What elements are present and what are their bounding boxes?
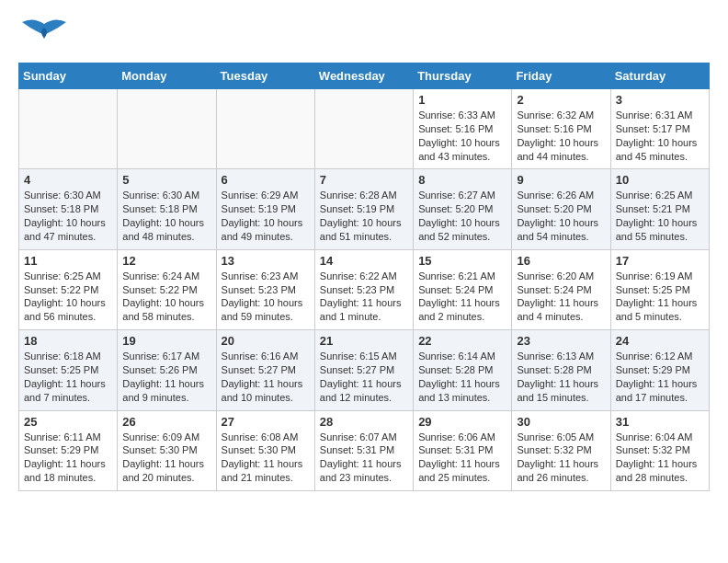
calendar-cell	[216, 89, 314, 169]
calendar-cell: 10Sunrise: 6:25 AM Sunset: 5:21 PM Dayli…	[610, 169, 709, 249]
week-row-1: 1Sunrise: 6:33 AM Sunset: 5:16 PM Daylig…	[19, 89, 710, 169]
calendar-cell: 31Sunrise: 6:04 AM Sunset: 5:32 PM Dayli…	[610, 410, 709, 490]
calendar-cell: 30Sunrise: 6:05 AM Sunset: 5:32 PM Dayli…	[512, 410, 610, 490]
cell-content: Sunrise: 6:12 AM Sunset: 5:29 PM Dayligh…	[616, 350, 704, 404]
calendar-cell: 17Sunrise: 6:19 AM Sunset: 5:25 PM Dayli…	[610, 249, 709, 329]
cell-content: Sunrise: 6:23 AM Sunset: 5:23 PM Dayligh…	[222, 270, 310, 324]
calendar-cell: 11Sunrise: 6:25 AM Sunset: 5:22 PM Dayli…	[19, 249, 118, 329]
week-row-5: 25Sunrise: 6:11 AM Sunset: 5:29 PM Dayli…	[19, 410, 710, 490]
calendar-cell: 6Sunrise: 6:29 AM Sunset: 5:19 PM Daylig…	[216, 169, 314, 249]
calendar-cell: 29Sunrise: 6:06 AM Sunset: 5:31 PM Dayli…	[414, 410, 512, 490]
cell-content: Sunrise: 6:14 AM Sunset: 5:28 PM Dayligh…	[418, 350, 506, 404]
calendar-cell: 23Sunrise: 6:13 AM Sunset: 5:28 PM Dayli…	[512, 330, 610, 410]
header-cell-friday: Friday	[512, 63, 610, 89]
cell-content: Sunrise: 6:05 AM Sunset: 5:32 PM Dayligh…	[517, 431, 605, 485]
calendar-cell: 26Sunrise: 6:09 AM Sunset: 5:30 PM Dayli…	[118, 410, 216, 490]
calendar-cell: 20Sunrise: 6:16 AM Sunset: 5:27 PM Dayli…	[216, 330, 314, 410]
cell-content: Sunrise: 6:27 AM Sunset: 5:20 PM Dayligh…	[418, 189, 506, 243]
cell-content: Sunrise: 6:04 AM Sunset: 5:32 PM Dayligh…	[616, 431, 704, 485]
header-cell-thursday: Thursday	[414, 63, 512, 89]
cell-content: Sunrise: 6:30 AM Sunset: 5:18 PM Dayligh…	[24, 189, 112, 243]
cell-content: Sunrise: 6:33 AM Sunset: 5:16 PM Dayligh…	[418, 109, 506, 163]
cell-content: Sunrise: 6:13 AM Sunset: 5:28 PM Dayligh…	[517, 350, 605, 404]
cell-content: Sunrise: 6:28 AM Sunset: 5:19 PM Dayligh…	[320, 189, 408, 243]
day-number: 30	[517, 415, 605, 429]
cell-content: Sunrise: 6:31 AM Sunset: 5:17 PM Dayligh…	[616, 109, 704, 163]
day-number: 26	[122, 415, 210, 429]
cell-content: Sunrise: 6:25 AM Sunset: 5:21 PM Dayligh…	[616, 189, 704, 243]
day-number: 16	[517, 254, 605, 268]
calendar-header: SundayMondayTuesdayWednesdayThursdayFrid…	[19, 63, 710, 89]
calendar-cell: 16Sunrise: 6:20 AM Sunset: 5:24 PM Dayli…	[512, 249, 610, 329]
cell-content: Sunrise: 6:17 AM Sunset: 5:26 PM Dayligh…	[122, 350, 210, 404]
day-number: 24	[616, 334, 704, 348]
day-number: 9	[517, 173, 605, 187]
day-number: 10	[616, 173, 704, 187]
cell-content: Sunrise: 6:25 AM Sunset: 5:22 PM Dayligh…	[24, 270, 112, 324]
cell-content: Sunrise: 6:20 AM Sunset: 5:24 PM Dayligh…	[517, 270, 605, 324]
day-number: 15	[418, 254, 506, 268]
day-number: 12	[122, 254, 210, 268]
calendar-table: SundayMondayTuesdayWednesdayThursdayFrid…	[18, 63, 710, 491]
calendar-cell	[314, 89, 413, 169]
calendar-cell: 13Sunrise: 6:23 AM Sunset: 5:23 PM Dayli…	[216, 249, 314, 329]
day-number: 2	[517, 93, 605, 107]
calendar-cell: 5Sunrise: 6:30 AM Sunset: 5:18 PM Daylig…	[118, 169, 216, 249]
day-number: 25	[24, 415, 112, 429]
calendar-cell: 3Sunrise: 6:31 AM Sunset: 5:17 PM Daylig…	[610, 89, 709, 169]
cell-content: Sunrise: 6:29 AM Sunset: 5:19 PM Dayligh…	[222, 189, 310, 243]
day-number: 28	[320, 415, 408, 429]
day-number: 23	[517, 334, 605, 348]
day-number: 19	[122, 334, 210, 348]
cell-content: Sunrise: 6:32 AM Sunset: 5:16 PM Dayligh…	[517, 109, 605, 163]
day-number: 3	[616, 93, 704, 107]
cell-content: Sunrise: 6:19 AM Sunset: 5:25 PM Dayligh…	[616, 270, 704, 324]
calendar-cell	[19, 89, 118, 169]
cell-content: Sunrise: 6:11 AM Sunset: 5:29 PM Dayligh…	[24, 431, 112, 485]
header-cell-tuesday: Tuesday	[216, 63, 314, 89]
calendar-cell: 7Sunrise: 6:28 AM Sunset: 5:19 PM Daylig…	[314, 169, 413, 249]
header-cell-wednesday: Wednesday	[314, 63, 413, 89]
calendar-cell: 27Sunrise: 6:08 AM Sunset: 5:30 PM Dayli…	[216, 410, 314, 490]
calendar-cell: 21Sunrise: 6:15 AM Sunset: 5:27 PM Dayli…	[314, 330, 413, 410]
cell-content: Sunrise: 6:30 AM Sunset: 5:18 PM Dayligh…	[122, 189, 210, 243]
day-number: 4	[24, 173, 112, 187]
header-row: SundayMondayTuesdayWednesdayThursdayFrid…	[19, 63, 710, 89]
week-row-4: 18Sunrise: 6:18 AM Sunset: 5:25 PM Dayli…	[19, 330, 710, 410]
day-number: 27	[222, 415, 310, 429]
week-row-2: 4Sunrise: 6:30 AM Sunset: 5:18 PM Daylig…	[19, 169, 710, 249]
day-number: 13	[222, 254, 310, 268]
logo	[18, 15, 74, 55]
cell-content: Sunrise: 6:15 AM Sunset: 5:27 PM Dayligh…	[320, 350, 408, 404]
calendar-cell: 19Sunrise: 6:17 AM Sunset: 5:26 PM Dayli…	[118, 330, 216, 410]
day-number: 29	[418, 415, 506, 429]
day-number: 14	[320, 254, 408, 268]
day-number: 1	[418, 93, 506, 107]
cell-content: Sunrise: 6:21 AM Sunset: 5:24 PM Dayligh…	[418, 270, 506, 324]
day-number: 11	[24, 254, 112, 268]
calendar-cell: 12Sunrise: 6:24 AM Sunset: 5:22 PM Dayli…	[118, 249, 216, 329]
calendar-cell	[118, 89, 216, 169]
calendar-cell: 25Sunrise: 6:11 AM Sunset: 5:29 PM Dayli…	[19, 410, 118, 490]
day-number: 17	[616, 254, 704, 268]
cell-content: Sunrise: 6:22 AM Sunset: 5:23 PM Dayligh…	[320, 270, 408, 324]
day-number: 8	[418, 173, 506, 187]
calendar-cell: 2Sunrise: 6:32 AM Sunset: 5:16 PM Daylig…	[512, 89, 610, 169]
day-number: 31	[616, 415, 704, 429]
calendar-cell: 24Sunrise: 6:12 AM Sunset: 5:29 PM Dayli…	[610, 330, 709, 410]
calendar-cell: 28Sunrise: 6:07 AM Sunset: 5:31 PM Dayli…	[314, 410, 413, 490]
calendar-cell: 22Sunrise: 6:14 AM Sunset: 5:28 PM Dayli…	[414, 330, 512, 410]
week-row-3: 11Sunrise: 6:25 AM Sunset: 5:22 PM Dayli…	[19, 249, 710, 329]
day-number: 22	[418, 334, 506, 348]
day-number: 6	[222, 173, 310, 187]
calendar-cell: 18Sunrise: 6:18 AM Sunset: 5:25 PM Dayli…	[19, 330, 118, 410]
calendar-cell: 14Sunrise: 6:22 AM Sunset: 5:23 PM Dayli…	[314, 249, 413, 329]
cell-content: Sunrise: 6:16 AM Sunset: 5:27 PM Dayligh…	[222, 350, 310, 404]
cell-content: Sunrise: 6:06 AM Sunset: 5:31 PM Dayligh…	[418, 431, 506, 485]
day-number: 21	[320, 334, 408, 348]
page-header	[18, 15, 710, 55]
day-number: 7	[320, 173, 408, 187]
day-number: 18	[24, 334, 112, 348]
cell-content: Sunrise: 6:09 AM Sunset: 5:30 PM Dayligh…	[122, 431, 210, 485]
calendar-cell: 1Sunrise: 6:33 AM Sunset: 5:16 PM Daylig…	[414, 89, 512, 169]
